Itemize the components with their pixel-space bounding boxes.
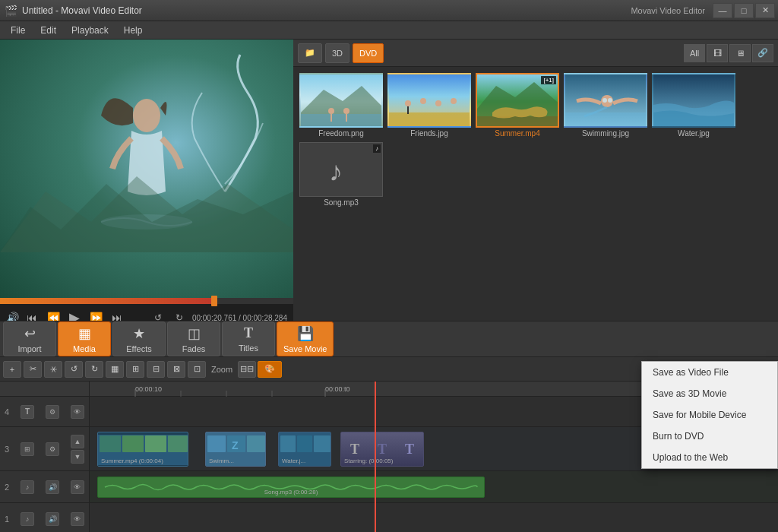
dropdown-save-mobile[interactable]: Save for Mobile Device: [642, 404, 777, 426]
dvd-label: DVD: [359, 49, 377, 58]
title-bar: 🎬 Untitled - Movavi Video Editor Movavi …: [0, 0, 778, 21]
minimize-button[interactable]: —: [713, 3, 732, 18]
titlebar-left: 🎬 Untitled - Movavi Video Editor: [0, 5, 142, 17]
progress-section[interactable]: [0, 298, 293, 304]
redo-tl-button[interactable]: ↻: [85, 361, 103, 378]
zoom-label-text: Zoom: [211, 365, 232, 374]
media-thumb-img-song: ♪ ♪: [299, 142, 383, 197]
media-item-freedom[interactable]: Freedom.png: [299, 73, 383, 138]
save-movie-button[interactable]: 💾 Save Movie: [277, 321, 334, 356]
track4-fx-btn[interactable]: ⚙: [46, 405, 59, 419]
media-icon: ▦: [78, 325, 91, 342]
app-icon: 🎬: [5, 5, 17, 17]
maximize-button[interactable]: □: [734, 3, 754, 18]
add-track-button[interactable]: +: [3, 361, 21, 378]
media-thumb-img-freedom: [299, 73, 383, 128]
menu-playback[interactable]: Playback: [64, 24, 116, 37]
dropdown-save-video[interactable]: Save as Video File: [642, 362, 777, 383]
media-label-summer: Summer.mp4: [476, 129, 559, 138]
clip-summer[interactable]: Summer.mp4 (0:00:04): [97, 432, 188, 467]
effects-icon: ★: [133, 325, 145, 342]
dropdown-burn-dvd[interactable]: Burn to DVD: [642, 426, 777, 447]
clip-water[interactable]: Water.j...: [278, 432, 331, 467]
svg-text:Z: Z: [232, 439, 239, 451]
3d-button[interactable]: 3D: [325, 43, 349, 63]
clip-btn5[interactable]: ⊡: [188, 361, 206, 378]
clip-btn1[interactable]: ▦: [106, 361, 124, 378]
track3-storyboard-btn[interactable]: ⊞: [21, 442, 34, 456]
cut-button[interactable]: ✂: [24, 361, 42, 378]
track4-text-btn[interactable]: T: [21, 405, 34, 419]
svg-point-25: [608, 98, 612, 103]
progress-handle[interactable]: [211, 296, 217, 306]
import-icon: ↩: [24, 325, 36, 342]
track3-vol-up[interactable]: ▲: [71, 435, 84, 448]
svg-rect-39: [98, 432, 188, 435]
undo-tl-button[interactable]: ↺: [65, 361, 83, 378]
filter-screen[interactable]: 🖥: [729, 44, 751, 62]
import-folder-button[interactable]: 📁: [298, 43, 322, 63]
clip-swimming-label: Swimm...: [209, 458, 234, 464]
track1-eye-btn[interactable]: 👁: [71, 512, 84, 526]
filter-link[interactable]: 🔗: [752, 44, 773, 62]
titles-button[interactable]: T Titles: [222, 321, 275, 356]
track1-music-btn[interactable]: ♪: [21, 512, 34, 526]
dvd-button[interactable]: DVD: [353, 43, 384, 63]
top-section: 🔊 ⏮ ⏪ ▶ ⏩ ⏭ ↺ ↻ 00:00:20.761 / 00:00:28.…: [0, 40, 778, 321]
menu-file[interactable]: File: [3, 24, 33, 37]
menu-edit[interactable]: Edit: [33, 24, 64, 37]
filter-film[interactable]: 🎞: [707, 44, 728, 62]
bottom-toolbar: ↩ Import ▦ Media ★ Effects ◫ Fades T Tit…: [0, 321, 778, 357]
clip-btn4[interactable]: ⊠: [167, 361, 185, 378]
dropdown-upload-web[interactable]: Upload to the Web: [642, 447, 777, 468]
svg-rect-40: [98, 465, 188, 467]
svg-point-0: [133, 99, 160, 132]
track3-vol-dn[interactable]: ▼: [71, 450, 84, 464]
clip-starring-label: Starring: (0:00:05): [344, 458, 393, 464]
menu-help[interactable]: Help: [116, 24, 150, 37]
track3-fx-btn[interactable]: ⚙: [46, 442, 59, 456]
clip-swimming[interactable]: Z Swimm...: [205, 432, 266, 467]
close-button[interactable]: ✕: [755, 3, 775, 18]
mountain-bg: [0, 161, 293, 252]
media-item-friends[interactable]: Friends.jpg: [387, 73, 471, 138]
svg-point-15: [420, 98, 426, 104]
media-label-song: Song.mp3: [299, 198, 383, 207]
svg-rect-23: [565, 112, 647, 128]
track2-eye-btn[interactable]: 👁: [71, 480, 84, 494]
media-thumb-img-friends: [387, 73, 471, 128]
media-item-summer[interactable]: [+1] [+1] Summer.mp4: [476, 73, 559, 138]
dropdown-save-3d[interactable]: Save as 3D Movie: [642, 383, 777, 404]
clip-starring[interactable]: T T T Starring: (0:00:05): [340, 432, 424, 467]
media-item-water[interactable]: Water.jpg: [652, 73, 735, 138]
media-item-song[interactable]: ♪ ♪ Song.mp3: [299, 142, 383, 207]
track2-music-btn[interactable]: ♪: [21, 480, 34, 494]
clip-song[interactable]: Song.mp3 (0:00:28): [97, 477, 485, 498]
media-item-swimming[interactable]: Swimming.jpg: [564, 73, 647, 138]
main-area: 🔊 ⏮ ⏪ ▶ ⏩ ⏭ ↺ ↻ 00:00:20.761 / 00:00:28.…: [0, 40, 778, 532]
media-thumb-img-summer: [+1] [+1]: [476, 73, 559, 128]
color-picker-btn[interactable]: 🎨: [258, 361, 282, 378]
media-button[interactable]: ▦ Media: [58, 321, 111, 356]
import-button[interactable]: ↩ Import: [3, 321, 56, 356]
svg-rect-38: [168, 435, 188, 452]
media-panel: 📁 3D DVD All 🎞 🖥 🔗: [293, 40, 778, 321]
track2-vol-btn[interactable]: 🔊: [46, 480, 59, 494]
effects-button[interactable]: ★ Effects: [112, 321, 166, 356]
svg-rect-35: [100, 435, 121, 452]
track1-vol-btn[interactable]: 🔊: [46, 512, 59, 526]
track-2-row: Song.mp3 (0:00:28): [90, 471, 778, 503]
track4-eye-btn[interactable]: 👁: [71, 405, 84, 419]
preview-video: [0, 40, 293, 298]
fades-button[interactable]: ◫ Fades: [167, 321, 220, 356]
track-label-3: 3 ⊞ ⚙ ▲ ▼: [0, 427, 89, 471]
zoom-btn1[interactable]: ⊟⊟: [238, 361, 256, 378]
track-label-1: 1 ♪ 🔊 👁: [0, 503, 89, 532]
clip-summer-label: Summer.mp4 (0:00:04): [101, 458, 163, 464]
filter-buttons: All 🎞 🖥 🔗: [684, 44, 773, 62]
split-button[interactable]: ⚹: [44, 361, 62, 378]
filter-all[interactable]: All: [684, 44, 705, 62]
svg-point-9: [343, 108, 349, 114]
clip-btn2[interactable]: ⊞: [126, 361, 144, 378]
clip-btn3[interactable]: ⊟: [147, 361, 165, 378]
